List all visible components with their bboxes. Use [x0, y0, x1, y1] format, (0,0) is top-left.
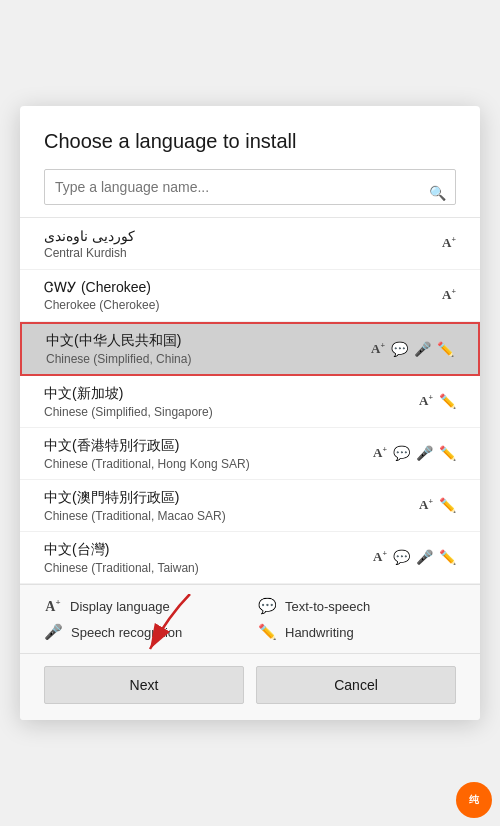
lang-english: Chinese (Traditional, Taiwan) [44, 561, 373, 575]
lang-text: 中文(澳門特別行政區) Chinese (Traditional, Macao … [44, 489, 419, 523]
lang-text: ᏣᎳᎩ (Cherokee) Cherokee (Cherokee) [44, 279, 442, 312]
next-button[interactable]: Next [44, 666, 244, 704]
list-item[interactable]: 中文(中华人民共和国) Chinese (Simplified, China) … [20, 322, 480, 376]
lang-text: 中文(香港特別行政區) Chinese (Traditional, Hong K… [44, 437, 373, 471]
list-item[interactable]: 中文(澳門特別行政區) Chinese (Traditional, Macao … [20, 480, 480, 532]
legend-label: Handwriting [285, 625, 354, 640]
search-input[interactable] [44, 169, 456, 205]
legend-item: ✏️ Handwriting [258, 623, 456, 641]
legend-icon: ✏️ [258, 623, 277, 641]
legend-label: Text-to-speech [285, 599, 370, 614]
lang-native: 中文(香港特別行政區) [44, 437, 373, 455]
legend-icon: A+ [44, 597, 62, 615]
lang-text: کوردیی ناوەندی Central Kurdish [44, 228, 442, 260]
legend-label: Display language [70, 599, 170, 614]
lang-english: Cherokee (Cherokee) [44, 298, 442, 312]
lang-icons: A+ [442, 235, 456, 251]
lang-native: 中文(中华人民共和国) [46, 332, 371, 350]
lang-icons: A+💬🎤✏️ [373, 549, 456, 565]
lang-icons: A+✏️ [419, 497, 456, 513]
language-list: کوردیی ناوەندی Central Kurdish A+ ᏣᎳᎩ (C… [20, 217, 480, 584]
watermark: 纯 [456, 782, 492, 818]
lang-native: 中文(澳門特別行政區) [44, 489, 419, 507]
lang-icons: A+💬🎤✏️ [373, 445, 456, 461]
dialog-footer: Next Cancel [20, 653, 480, 720]
lang-english: Chinese (Traditional, Hong Kong SAR) [44, 457, 373, 471]
lang-native: 中文(台灣) [44, 541, 373, 559]
lang-native: کوردیی ناوەندی [44, 228, 442, 244]
lang-native: 中文(新加坡) [44, 385, 419, 403]
cancel-button[interactable]: Cancel [256, 666, 456, 704]
legend-item: 🎤 Speech recognition [44, 623, 242, 641]
legend-item: 💬 Text-to-speech [258, 597, 456, 615]
lang-english: Chinese (Simplified, Singapore) [44, 405, 419, 419]
legend-section: A+ Display language 💬 Text-to-speech 🎤 S… [20, 584, 480, 653]
lang-english: Central Kurdish [44, 246, 442, 260]
search-container: 🔍 [20, 169, 480, 217]
legend-item: A+ Display language [44, 597, 242, 615]
legend-icon: 🎤 [44, 623, 63, 641]
list-item[interactable]: ᏣᎳᎩ (Cherokee) Cherokee (Cherokee) A+ [20, 270, 480, 322]
list-item[interactable]: کوردیی ناوەندی Central Kurdish A+ [20, 218, 480, 270]
lang-text: 中文(新加坡) Chinese (Simplified, Singapore) [44, 385, 419, 419]
lang-text: 中文(中华人民共和国) Chinese (Simplified, China) [46, 332, 371, 366]
lang-icons: A+ [442, 287, 456, 303]
lang-native: ᏣᎳᎩ (Cherokee) [44, 279, 442, 296]
lang-text: 中文(台灣) Chinese (Traditional, Taiwan) [44, 541, 373, 575]
legend-icon: 💬 [258, 597, 277, 615]
lang-english: Chinese (Traditional, Macao SAR) [44, 509, 419, 523]
dialog-title: Choose a language to install [20, 106, 480, 169]
list-item[interactable]: 中文(香港特別行政區) Chinese (Traditional, Hong K… [20, 428, 480, 480]
lang-icons: A+💬🎤✏️ [371, 341, 454, 357]
lang-english: Chinese (Simplified, China) [46, 352, 371, 366]
legend-label: Speech recognition [71, 625, 182, 640]
list-item[interactable]: 中文(新加坡) Chinese (Simplified, Singapore) … [20, 376, 480, 428]
lang-icons: A+✏️ [419, 393, 456, 409]
search-icon: 🔍 [429, 185, 446, 201]
list-item[interactable]: 中文(台灣) Chinese (Traditional, Taiwan) A+💬… [20, 532, 480, 584]
language-install-dialog: Choose a language to install 🔍 کوردیی نا… [20, 106, 480, 720]
